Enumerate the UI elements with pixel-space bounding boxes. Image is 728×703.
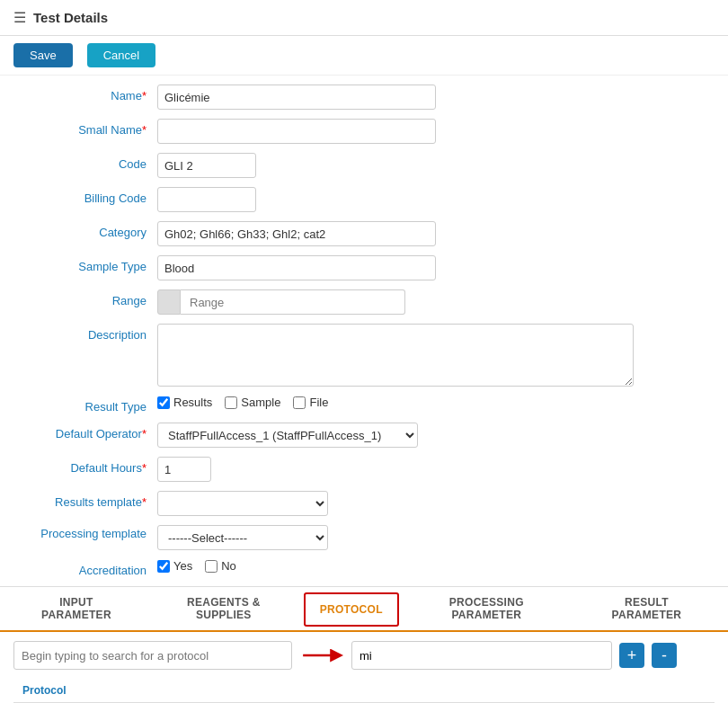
results-template-select[interactable]	[157, 491, 328, 516]
range-text: Range	[181, 289, 405, 315]
accreditation-yes-label: Yes	[157, 559, 192, 573]
protocol-search-input[interactable]	[13, 641, 292, 670]
small-name-input[interactable]	[157, 119, 436, 144]
name-label: Name*	[18, 85, 157, 102]
result-sample-label: Sample	[241, 396, 280, 409]
result-sample-checkbox[interactable]	[225, 396, 237, 409]
accreditation-no-text: No	[221, 559, 236, 573]
result-results-checkbox[interactable]	[157, 396, 170, 409]
form-area: Name* Small Name* Code Billing Code Cate…	[0, 76, 728, 577]
small-name-row: Small Name*	[18, 119, 710, 144]
results-template-label: Results template*	[18, 491, 157, 509]
default-operator-select[interactable]: StaffPFullAccess_1 (StaffPFullAccess_1)	[157, 423, 418, 448]
tab-input-parameter[interactable]: INPUT PARAMETER	[9, 587, 144, 630]
sample-type-row: Sample Type	[18, 255, 710, 280]
result-type-row: Result Type Results Sample File	[18, 396, 710, 414]
range-label: Range	[18, 289, 157, 307]
result-results-label: Results	[173, 396, 212, 409]
billing-code-row: Billing Code	[18, 187, 710, 212]
small-name-label: Small Name*	[18, 119, 157, 137]
tab-reagents-supplies[interactable]: REAGENTS & SUPPLIES	[144, 587, 304, 630]
code-row: Code	[18, 153, 710, 178]
accreditation-yes-checkbox[interactable]	[157, 560, 170, 573]
processing-template-select[interactable]: ------Select------	[157, 525, 328, 550]
name-input[interactable]	[157, 85, 436, 110]
name-row: Name*	[18, 85, 710, 110]
billing-code-label: Billing Code	[18, 187, 157, 205]
category-label: Category	[18, 221, 157, 239]
page-title: Test Details	[33, 10, 715, 25]
header-bar: ☰ Test Details Save Cancel	[0, 0, 728, 76]
accreditation-yes-text: Yes	[173, 559, 192, 573]
protocol-remove-button[interactable]: -	[652, 643, 677, 668]
arrow-icon	[299, 642, 344, 669]
accreditation-label: Accreditation	[18, 559, 157, 577]
result-results-checkbox-label: Results	[157, 396, 212, 409]
code-label: Code	[18, 153, 157, 171]
menu-icon: ☰	[13, 9, 26, 26]
results-template-row: Results template*	[18, 491, 710, 516]
default-operator-row: Default Operator* StaffPFullAccess_1 (St…	[18, 423, 710, 448]
code-input[interactable]	[157, 153, 256, 178]
tabs-bar: INPUT PARAMETERREAGENTS & SUPPLIESPROTOC…	[0, 586, 728, 632]
accreditation-row: Accreditation Yes No	[18, 559, 710, 577]
range-row: Range Range	[18, 289, 710, 315]
cancel-button[interactable]: Cancel	[87, 43, 155, 67]
protocol-value-input[interactable]	[351, 641, 612, 670]
result-file-checkbox[interactable]	[293, 396, 306, 409]
range-button[interactable]	[157, 289, 181, 315]
protocol-add-button[interactable]: +	[619, 643, 644, 668]
description-label: Description	[18, 324, 157, 342]
protocol-table: Protocol MicroscopeCentrifugePCR Machine…	[13, 679, 715, 703]
tab-processing-parameter[interactable]: PROCESSING PARAMETER	[399, 587, 574, 630]
result-sample-checkbox-label: Sample	[225, 396, 280, 409]
protocol-column-header: Protocol	[13, 679, 541, 703]
tab-protocol[interactable]: PROTOCOL	[304, 592, 399, 627]
billing-code-input[interactable]	[157, 187, 256, 212]
description-row: Description	[18, 324, 710, 387]
sample-type-input[interactable]	[157, 255, 436, 280]
tab-result-parameter[interactable]: RESULT PARAMETER	[574, 587, 719, 630]
arrow-indicator	[299, 642, 344, 669]
accreditation-no-checkbox[interactable]	[205, 560, 218, 573]
protocol-area: + - Protocol MicroscopeCentrifugePCR Mac…	[0, 632, 728, 703]
sample-type-label: Sample Type	[18, 255, 157, 273]
description-input[interactable]	[157, 324, 634, 387]
category-input[interactable]	[157, 221, 436, 246]
protocol-search-row: + -	[13, 641, 715, 670]
accreditation-no-label: No	[205, 559, 236, 573]
result-file-checkbox-label: File	[293, 396, 328, 409]
category-row: Category	[18, 221, 710, 246]
processing-template-row: Processing template ------Select------	[18, 525, 710, 550]
protocol-checkbox-column-header	[541, 679, 715, 703]
default-hours-label: Default Hours*	[18, 457, 157, 475]
default-operator-label: Default Operator*	[18, 423, 157, 440]
save-button[interactable]: Save	[13, 43, 73, 67]
default-hours-input[interactable]	[157, 457, 211, 482]
result-file-label: File	[309, 396, 328, 409]
default-hours-row: Default Hours*	[18, 457, 710, 482]
result-type-label: Result Type	[18, 396, 157, 414]
processing-template-label: Processing template	[18, 525, 157, 540]
